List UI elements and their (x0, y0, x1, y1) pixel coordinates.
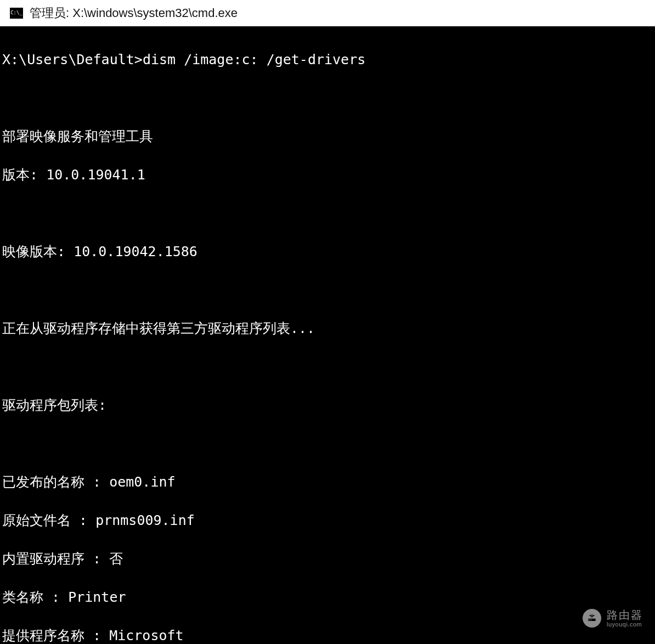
driver-row: 类名称 : Printer (2, 587, 655, 607)
watermark: 路由器 luyouqi.com (583, 609, 643, 628)
tool-header: 部署映像服务和管理工具 (2, 127, 655, 146)
blank-line (2, 88, 655, 108)
router-icon (583, 609, 601, 628)
window-title: 管理员: X:\windows\system32\cmd.exe (30, 5, 238, 21)
blank-line (2, 434, 655, 453)
blank-line (2, 204, 655, 223)
image-version-line: 映像版本: 10.0.19042.1586 (2, 242, 655, 261)
prompt-line: X:\Users\Default>dism /image:c: /get-dri… (2, 50, 655, 69)
blank-line (2, 280, 655, 300)
driver-row: 原始文件名 : prnms009.inf (2, 511, 655, 530)
driver-row: 内置驱动程序 : 否 (2, 549, 655, 568)
list-heading: 驱动程序包列表: (2, 396, 655, 415)
terminal-output[interactable]: X:\Users\Default>dism /image:c: /get-dri… (0, 26, 655, 644)
command-text: dism /image:c: /get-drivers (143, 52, 365, 67)
watermark-title: 路由器 (607, 609, 643, 621)
tool-version-line: 版本: 10.0.19041.1 (2, 165, 655, 184)
prompt: X:\Users\Default> (2, 52, 143, 67)
driver-row: 已发布的名称 : oem0.inf (2, 472, 655, 492)
loading-text: 正在从驱动程序存储中获得第三方驱动程序列表... (2, 319, 655, 338)
blank-line (2, 357, 655, 376)
driver-row: 提供程序名称 : Microsoft (2, 626, 655, 644)
window-titlebar[interactable]: 管理员: X:\windows\system32\cmd.exe (0, 0, 655, 26)
cmd-icon (10, 8, 23, 19)
